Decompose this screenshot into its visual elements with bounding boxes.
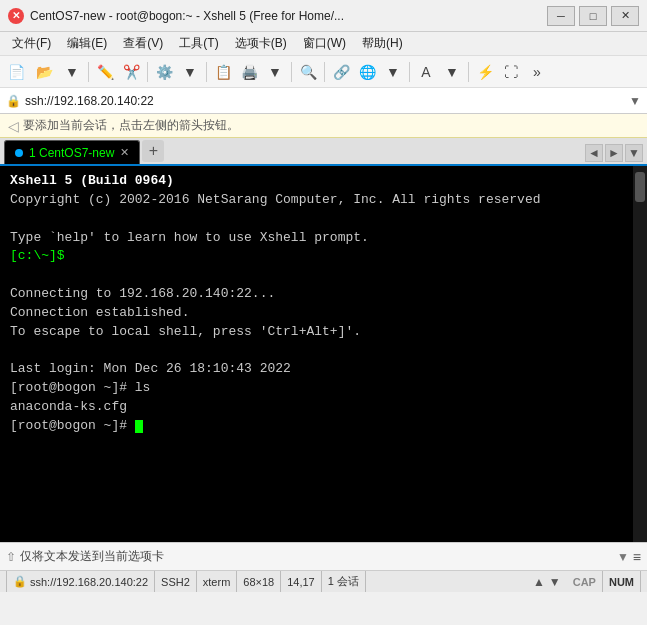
toolbar-more-btn[interactable]: » [525,60,549,84]
toolbar-open-btn[interactable]: 📂 [30,60,58,84]
toolbar-sep6 [409,62,410,82]
toolbar-btn7[interactable]: 🌐 [355,60,379,84]
toolbar-dropdown1[interactable]: ▼ [60,60,84,84]
term-line-13: anaconda-ks.cfg [10,398,623,417]
term-line-12: [root@bogon ~]# ls [10,379,623,398]
toolbar-btn8[interactable]: ⚡ [473,60,497,84]
maximize-button[interactable]: □ [579,6,607,26]
term-line-9: To escape to local shell, press 'Ctrl+Al… [10,323,623,342]
tab-centos7-new[interactable]: 1 CentOS7-new ✕ [4,140,140,164]
toolbar: 📄 📂 ▼ ✏️ ✂️ ⚙️ ▼ 📋 🖨️ ▼ 🔍 🔗 🌐 ▼ A ▼ ⚡ ⛶ … [0,56,647,88]
window-title: CentOS7-new - root@bogon:~ - Xshell 5 (F… [30,9,547,23]
status-bar: 🔒 ssh://192.168.20.140:22 SSH2 xterm 68×… [0,570,647,592]
window-controls: ─ □ ✕ [547,6,639,26]
toolbar-fullscreen-btn[interactable]: ⛶ [499,60,523,84]
app-icon: ✕ [8,8,24,24]
info-bar: ◁ 要添加当前会话，点击左侧的箭头按钮。 [0,114,647,138]
menu-tools[interactable]: 工具(T) [171,33,226,54]
status-up-arrow[interactable]: ▲ [533,575,545,589]
bottom-input-bar: ⇧ 仅将文本发送到当前选项卡 ▼ ≡ [0,542,647,570]
toolbar-dropdown5[interactable]: ▼ [440,60,464,84]
term-line-1: Xshell 5 (Build 0964) [10,172,623,191]
toolbar-sep5 [324,62,325,82]
lock-icon: 🔒 [6,94,21,108]
tab-bar: 1 CentOS7-new ✕ + ◄ ► ▼ [0,138,647,166]
info-arrow-icon: ◁ [8,118,19,134]
toolbar-font-btn[interactable]: A [414,60,438,84]
menu-window[interactable]: 窗口(W) [295,33,354,54]
toolbar-dropdown3[interactable]: ▼ [263,60,287,84]
term-line-6 [10,266,623,285]
tab-add-button[interactable]: + [142,140,164,162]
status-sessions: 1 会话 [322,571,366,592]
close-button[interactable]: ✕ [611,6,639,26]
term-line-5: [c:\~]$ [10,247,623,266]
toolbar-settings-btn[interactable]: ⚙️ [152,60,176,84]
toolbar-sep3 [206,62,207,82]
menu-view[interactable]: 查看(V) [115,33,171,54]
status-terminal-type: xterm [197,571,238,592]
term-line-7: Connecting to 192.168.20.140:22... [10,285,623,304]
address-bar: 🔒 ssh://192.168.20.140:22 ▼ [0,88,647,114]
toolbar-sep1 [88,62,89,82]
toolbar-btn6[interactable]: 🔗 [329,60,353,84]
term-line-2: Copyright (c) 2002-2016 NetSarang Comput… [10,191,623,210]
status-size: 68×18 [237,571,281,592]
tab-nav-right[interactable]: ► [605,144,623,162]
toolbar-btn5[interactable]: 🖨️ [237,60,261,84]
tab-close-icon[interactable]: ✕ [120,146,129,159]
status-lock-icon: 🔒 [13,575,27,588]
toolbar-new-btn[interactable]: 📄 [4,60,28,84]
menu-tabs[interactable]: 选项卡(B) [227,33,295,54]
menu-help[interactable]: 帮助(H) [354,33,411,54]
term-line-4: Type `help' to learn how to use Xshell p… [10,229,623,248]
term-line-14: [root@bogon ~]# [10,417,623,436]
toolbar-search-btn[interactable]: 🔍 [296,60,320,84]
status-position: 14,17 [281,571,322,592]
tab-status-dot [15,149,23,157]
tab-label: 1 CentOS7-new [29,146,114,160]
term-line-11: Last login: Mon Dec 26 18:10:43 2022 [10,360,623,379]
scrollbar-thumb[interactable] [635,172,645,202]
terminal[interactable]: Xshell 5 (Build 0964) Copyright (c) 2002… [0,166,633,542]
bottom-bar-shift-icon: ⇧ [6,550,16,564]
status-url: 🔒 ssh://192.168.20.140:22 [6,571,155,592]
toolbar-dropdown2[interactable]: ▼ [178,60,202,84]
toolbar-edit-btn[interactable]: ✏️ [93,60,117,84]
status-num: NUM [603,571,641,592]
address-dropdown-icon[interactable]: ▼ [629,94,641,108]
terminal-cursor [135,420,143,433]
bottom-bar-menu-icon[interactable]: ≡ [633,549,641,565]
address-text[interactable]: ssh://192.168.20.140:22 [25,94,625,108]
toolbar-sep7 [468,62,469,82]
bottom-bar-dropdown-icon[interactable]: ▼ [617,550,629,564]
toolbar-sep2 [147,62,148,82]
menu-edit[interactable]: 编辑(E) [59,33,115,54]
term-line-10 [10,342,623,361]
tab-nav: ◄ ► ▼ [585,144,643,164]
minimize-button[interactable]: ─ [547,6,575,26]
status-down-arrow[interactable]: ▼ [549,575,561,589]
menu-bar: 文件(F) 编辑(E) 查看(V) 工具(T) 选项卡(B) 窗口(W) 帮助(… [0,32,647,56]
status-protocol: SSH2 [155,571,197,592]
toolbar-sep4 [291,62,292,82]
status-nav-arrows: ▲ ▼ [533,575,561,589]
menu-file[interactable]: 文件(F) [4,33,59,54]
term-line-8: Connection established. [10,304,623,323]
title-bar: ✕ CentOS7-new - root@bogon:~ - Xshell 5 … [0,0,647,32]
toolbar-btn3[interactable]: ✂️ [119,60,143,84]
info-bar-text: 要添加当前会话，点击左侧的箭头按钮。 [23,117,239,134]
toolbar-dropdown4[interactable]: ▼ [381,60,405,84]
terminal-scrollbar[interactable] [633,166,647,542]
status-cap: CAP [567,571,603,592]
tab-nav-menu[interactable]: ▼ [625,144,643,162]
toolbar-btn4[interactable]: 📋 [211,60,235,84]
bottom-bar-label: 仅将文本发送到当前选项卡 [20,548,613,565]
term-line-3 [10,210,623,229]
tab-nav-left[interactable]: ◄ [585,144,603,162]
terminal-wrapper: Xshell 5 (Build 0964) Copyright (c) 2002… [0,166,647,542]
